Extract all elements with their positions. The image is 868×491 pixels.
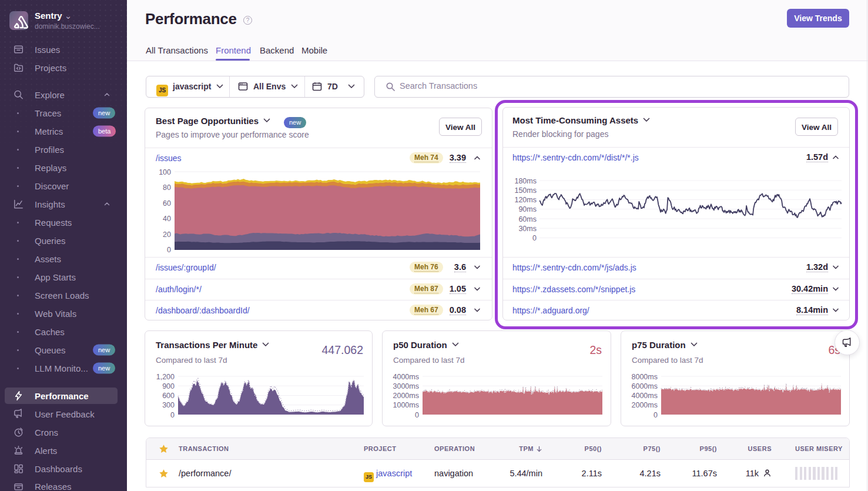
svg-text:1,200: 1,200 bbox=[156, 373, 175, 381]
svg-text:0: 0 bbox=[167, 246, 171, 254]
svg-text:20: 20 bbox=[163, 231, 171, 239]
svg-text:0: 0 bbox=[653, 411, 658, 419]
svg-text:60: 60 bbox=[163, 199, 171, 208]
svg-text:80: 80 bbox=[163, 183, 171, 192]
svg-text:3000ms: 3000ms bbox=[393, 382, 419, 390]
svg-text:40: 40 bbox=[163, 215, 171, 223]
svg-text:60ms: 60ms bbox=[518, 215, 537, 223]
svg-text:0: 0 bbox=[170, 411, 175, 419]
svg-text:90ms: 90ms bbox=[518, 205, 537, 213]
svg-text:0: 0 bbox=[532, 234, 537, 242]
svg-text:120ms: 120ms bbox=[514, 196, 537, 204]
svg-text:4000ms: 4000ms bbox=[393, 373, 419, 381]
svg-text:2000ms: 2000ms bbox=[632, 401, 658, 409]
svg-text:6000ms: 6000ms bbox=[632, 382, 658, 390]
svg-text:300: 300 bbox=[162, 401, 175, 409]
svg-text:150ms: 150ms bbox=[514, 186, 537, 195]
svg-text:4000ms: 4000ms bbox=[632, 392, 658, 400]
svg-text:30ms: 30ms bbox=[518, 225, 537, 233]
svg-text:0: 0 bbox=[415, 411, 419, 419]
svg-text:2000ms: 2000ms bbox=[393, 392, 419, 400]
svg-text:600: 600 bbox=[162, 392, 175, 400]
svg-text:100: 100 bbox=[159, 168, 171, 176]
svg-text:180ms: 180ms bbox=[514, 177, 537, 185]
svg-text:8000ms: 8000ms bbox=[632, 373, 658, 381]
svg-text:900: 900 bbox=[162, 382, 175, 390]
svg-text:1000ms: 1000ms bbox=[393, 401, 419, 409]
